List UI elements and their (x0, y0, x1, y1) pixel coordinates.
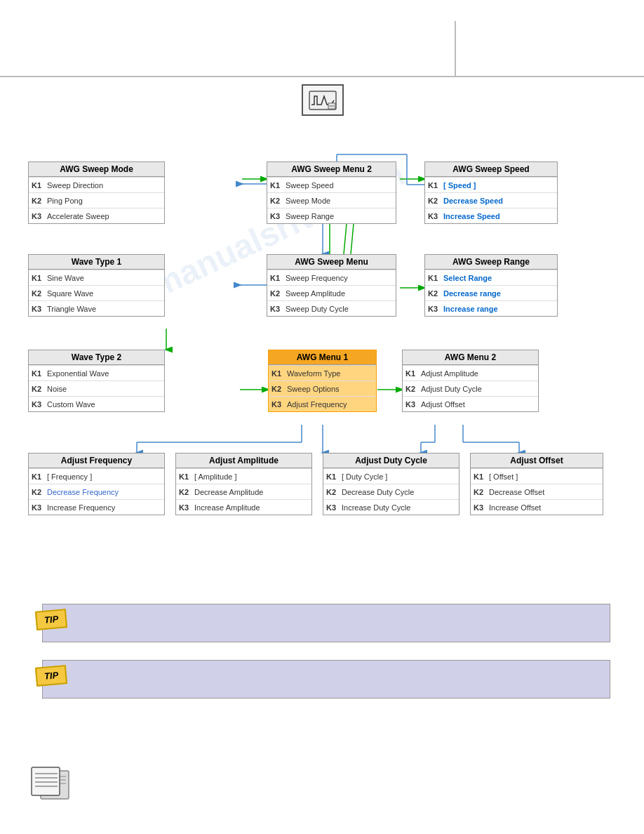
svg-rect-1 (328, 103, 335, 109)
awg-sweep-mode-row2: K2 Ping Pong (29, 192, 164, 208)
awg-ping-pong: Ping Pong (47, 197, 161, 205)
adjust-freq-row3: K3 Increase Frequency (29, 499, 164, 515)
adjust-offset-row2: K2 Decrease Offset (471, 484, 603, 499)
wave-type2-row3: K3 Custom Wave (29, 396, 164, 411)
tip-box-2: TIP (42, 660, 610, 699)
bottom-page-icon (28, 765, 77, 806)
awg-sweep-menu-box: AWG Sweep Menu K1 Sweep Frequency K2 Swe… (267, 254, 396, 317)
awg-menu1-row2: K2 Sweep Options (269, 380, 376, 396)
awg-menu1-title: AWG Menu 1 (269, 350, 376, 365)
wave-type2-title: Wave Type 2 (29, 350, 164, 365)
awg-sweep-mode-title: AWG Sweep Mode (29, 162, 164, 177)
awg-sweep-speed-row3: K3 Increase Speed (425, 208, 557, 223)
awg-sweep-menu-title: AWG Sweep Menu (267, 255, 396, 270)
adjust-offset-row3: K3 Increase Offset (471, 499, 603, 515)
awg-sweep-mode-row1: K1 Sweep Direction (29, 177, 164, 192)
adjust-duty-row2: K2 Decrease Duty Cycle (323, 484, 459, 499)
adjust-frequency-box: Adjust Frequency K1 [ Frequency ] K2 Dec… (28, 453, 165, 515)
awg-sweep-range-box: AWG Sweep Range K1 Select Range K2 Decre… (424, 254, 558, 317)
awg-sweep-speed-box: AWG Sweep Speed K1 [ Speed ] K2 Decrease… (424, 161, 558, 224)
awg-sweep-menu-row2: K2 Sweep Amplitude (267, 285, 396, 300)
wave-type2-box: Wave Type 2 K1 Exponential Wave K2 Noise… (28, 350, 165, 412)
awg-sweep-menu-row3: K3 Sweep Duty Cycle (267, 300, 396, 316)
awg-sweep-speed-row2: K2 Decrease Speed (425, 192, 557, 208)
tip-box-1: TIP (42, 604, 610, 642)
svg-rect-34 (32, 767, 60, 795)
key-k2: K2 (32, 197, 47, 205)
adjust-amp-row2: K2 Decrease Amplitude (176, 484, 311, 499)
adjust-freq-row2: K2 Decrease Frequency (29, 484, 164, 499)
awg-menu1-row3: K3 Adjust Frequency (269, 396, 376, 411)
tip-label-2: TIP (35, 665, 67, 687)
awg-sweep-menu2-row1: K1 Sweep Speed (267, 177, 396, 192)
awg-sweep-speed-title: AWG Sweep Speed (425, 162, 557, 177)
wave-type1-title: Wave Type 1 (29, 255, 164, 270)
wave-type1-box: Wave Type 1 K1 Sine Wave K2 Square Wave … (28, 254, 165, 317)
awg-menu1-box: AWG Menu 1 K1 Waveform Type K2 Sweep Opt… (268, 350, 377, 412)
awg-sweep-range-title: AWG Sweep Range (425, 255, 557, 270)
awg-menu2-row2: K2 Adjust Duty Cycle (403, 380, 538, 396)
awg-sweep-menu-row1: K1 Sweep Frequency (267, 270, 396, 285)
wave-type2-row2: K2 Noise (29, 380, 164, 396)
awg-sweep-menu2-row2: K2 Sweep Mode (267, 192, 396, 208)
awg-accel-sweep: Accelerate Sweep (47, 212, 161, 220)
adjust-duty-cycle-title: Adjust Duty Cycle (323, 454, 459, 468)
awg-sweep-menu2-top-box: AWG Sweep Menu 2 K1 Sweep Speed K2 Sweep… (267, 161, 396, 224)
awg-menu1-row1: K1 Waveform Type (269, 365, 376, 380)
top-horizontal-line (0, 76, 644, 77)
adjust-amp-row1: K1 [ Amplitude ] (176, 468, 311, 484)
adjust-duty-row1: K1 [ Duty Cycle ] (323, 468, 459, 484)
awg-menu2-row1: K1 Adjust Amplitude (403, 365, 538, 380)
adjust-offset-row1: K1 [ Offset ] (471, 468, 603, 484)
wave-type1-row1: K1 Sine Wave (29, 270, 164, 285)
top-vertical-line (455, 21, 456, 77)
tip-label-1: TIP (35, 609, 67, 630)
awg-sweep-range-row1: K1 Select Range (425, 270, 557, 285)
awg-menu2-row3: K3 Adjust Offset (403, 396, 538, 411)
awg-sweep-mode-row3: K3 Accelerate Sweep (29, 208, 164, 223)
adjust-amplitude-title: Adjust Amplitude (176, 454, 311, 468)
adjust-offset-title: Adjust Offset (471, 454, 603, 468)
adjust-offset-box: Adjust Offset K1 [ Offset ] K2 Decrease … (470, 453, 603, 515)
wave-type1-row2: K2 Square Wave (29, 285, 164, 300)
adjust-freq-row1: K1 [ Frequency ] (29, 468, 164, 484)
awg-sweep-mode-box: AWG Sweep Mode K1 Sweep Direction K2 Pin… (28, 161, 165, 224)
wave-type2-row1: K1 Exponential Wave (29, 365, 164, 380)
wave-type1-row3: K3 Triangle Wave (29, 300, 164, 316)
adjust-duty-row3: K3 Increase Duty Cycle (323, 499, 459, 515)
adjust-duty-cycle-box: Adjust Duty Cycle K1 [ Duty Cycle ] K2 D… (323, 453, 459, 515)
awg-sweep-range-row3: K3 Increase range (425, 300, 557, 316)
awg-menu2-title: AWG Menu 2 (403, 350, 538, 365)
awg-sweep-speed-row1: K1 [ Speed ] (425, 177, 557, 192)
adjust-frequency-title: Adjust Frequency (29, 454, 164, 468)
awg-sweep-menu2-row3: K3 Sweep Range (267, 208, 396, 223)
awg-sweep-menu2-top-title: AWG Sweep Menu 2 (267, 162, 396, 177)
awg-menu2-box: AWG Menu 2 K1 Adjust Amplitude K2 Adjust… (402, 350, 539, 412)
key-k3: K3 (32, 212, 47, 220)
adjust-amp-row3: K3 Increase Amplitude (176, 499, 311, 515)
awg-sweep-direction: Sweep Direction (47, 181, 161, 190)
key-k1: K1 (32, 181, 47, 190)
adjust-amplitude-box: Adjust Amplitude K1 [ Amplitude ] K2 Dec… (175, 453, 312, 515)
awg-sweep-range-row2: K2 Decrease range (425, 285, 557, 300)
awg-icon (302, 84, 344, 116)
